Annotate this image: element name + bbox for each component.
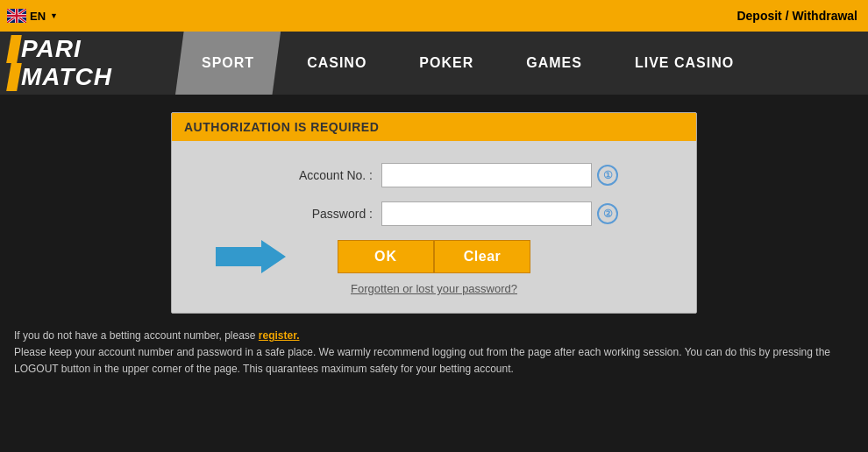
nav-item-live-casino[interactable]: LIVE CASINO: [608, 32, 760, 95]
footer-line1: If you do not have a betting account num…: [14, 328, 854, 344]
blue-arrow-icon: [216, 240, 286, 273]
auth-modal-title: AUTHORIZATION IS REQUIRED: [172, 113, 696, 141]
password-label: Password :: [250, 207, 373, 221]
account-row: Account No. : ①: [189, 163, 679, 187]
deposit-withdrawal-text[interactable]: Deposit / Withdrawal: [736, 9, 857, 23]
logo-slash: [6, 35, 22, 63]
register-link[interactable]: register.: [259, 329, 300, 342]
logo-pari: PARI: [21, 36, 82, 63]
forgot-password-row: Forgotten or lost your password?: [189, 282, 679, 295]
nav-item-casino[interactable]: CASINO: [281, 32, 393, 95]
nav-item-games[interactable]: GAMES: [500, 32, 608, 95]
lang-label: EN: [30, 10, 46, 23]
auth-modal: AUTHORIZATION IS REQUIRED Account No. : …: [171, 112, 697, 314]
account-badge: ①: [597, 165, 618, 186]
footer-register-pre: If you do not have a betting account num…: [14, 329, 259, 342]
ok-button[interactable]: OK: [338, 240, 434, 273]
nav-items: SPORT CASINO POKER GAMES LIVE CASINO: [175, 32, 868, 95]
flag-icon: [7, 9, 26, 23]
footer-line2: Please keep your account number and pass…: [14, 344, 854, 378]
password-badge: ②: [597, 203, 618, 224]
svg-marker-1: [216, 240, 286, 273]
clear-button[interactable]: Clear: [434, 240, 530, 273]
logo: PARI MATCH: [0, 32, 175, 95]
account-label: Account No. :: [250, 168, 373, 182]
password-row: Password : ②: [189, 201, 679, 226]
language-selector[interactable]: EN ▼: [7, 9, 58, 23]
account-input-wrap: ①: [381, 163, 618, 187]
arrow-container: [216, 240, 286, 273]
forgot-password-link[interactable]: Forgotten or lost your password?: [351, 282, 517, 295]
buttons-row: OK Clear: [189, 240, 679, 273]
logo-slash2: [6, 63, 22, 91]
lang-arrow-icon: ▼: [50, 11, 58, 20]
footer-text: If you do not have a betting account num…: [0, 314, 868, 378]
auth-modal-body: Account No. : ① Password : ②: [172, 141, 696, 313]
nav-item-poker[interactable]: POKER: [393, 32, 500, 95]
password-input[interactable]: [381, 201, 592, 226]
password-input-wrap: ②: [381, 201, 618, 226]
main-content: AUTHORIZATION IS REQUIRED Account No. : …: [0, 95, 868, 396]
header-nav: PARI MATCH SPORT CASINO POKER GAMES LIVE…: [0, 32, 868, 95]
nav-item-sport[interactable]: SPORT: [175, 32, 281, 95]
account-input[interactable]: [381, 163, 592, 187]
top-bar: EN ▼ Deposit / Withdrawal: [0, 0, 868, 32]
logo-match: MATCH: [21, 65, 112, 89]
